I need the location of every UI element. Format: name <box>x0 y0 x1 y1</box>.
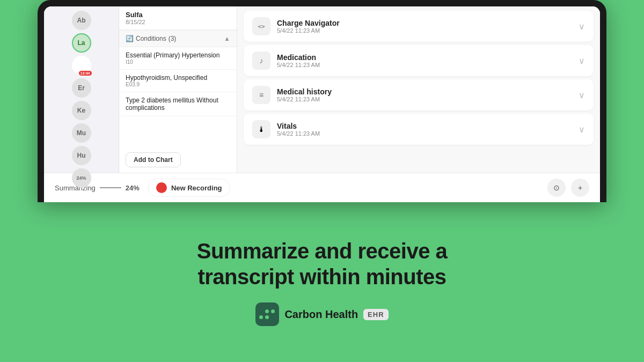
chevron-down-icon-3: ∨ <box>579 90 585 100</box>
brand-logo <box>255 302 279 326</box>
conditions-collapse-icon[interactable]: ▲ <box>224 35 230 42</box>
headline: Summarize and receive a transcript withi… <box>197 238 448 290</box>
record-card-1[interactable]: <> Charge Navigator 5/4/22 11:23 AM ∨ <box>244 11 594 42</box>
brand-section: Carbon Health EHR <box>255 302 388 326</box>
conditions-icon: 🔄 <box>126 35 134 42</box>
medication-name: Sulfa <box>126 11 230 19</box>
brand-name: Carbon Health <box>284 308 358 321</box>
recording-indicator-dot <box>156 182 167 193</box>
dot-3 <box>271 309 275 313</box>
record-card-4[interactable]: 🌡 Vitals 5/4/22 11:23 AM ∨ <box>244 114 594 145</box>
bottom-actions: ⊙ + <box>547 179 589 197</box>
record-info-3: Medical history 5/4/22 11:23 AM <box>277 87 572 102</box>
sidebar-avatar-ab[interactable]: Ab <box>72 11 91 30</box>
condition-code-2: E03.9 <box>126 82 230 87</box>
record-info-2: Medication 5/4/22 11:23 AM <box>277 53 572 68</box>
sidebar-avatar-mu[interactable]: Mu <box>72 123 91 143</box>
tablet-frame: Ab La 13:44 Er Ke <box>38 0 606 202</box>
camera-button[interactable]: ⊙ <box>547 179 566 197</box>
tablet-screen: Ab La 13:44 Er Ke <box>44 6 600 202</box>
record-title-2: Medication <box>277 53 572 62</box>
sidebar-avatar-la[interactable]: La <box>72 33 91 53</box>
brand-badge: EHR <box>363 309 388 320</box>
add-button[interactable]: + <box>571 179 589 197</box>
charge-navigator-icon: <> <box>252 17 270 35</box>
summarizing-section: Summarizing 24% <box>55 184 140 192</box>
chevron-down-icon-2: ∨ <box>579 56 585 66</box>
condition-item-1: Essential (Primary) Hypertension I10 <box>119 47 237 70</box>
sidebar-avatar-er[interactable]: Er <box>72 78 91 98</box>
conditions-count: (3) <box>169 35 177 42</box>
tablet-wrapper: Ab La 13:44 Er Ke <box>27 0 617 202</box>
brand-logo-dots <box>259 309 275 320</box>
record-title-4: Vitals <box>277 122 572 130</box>
app-content: Ab La 13:44 Er Ke <box>44 6 600 173</box>
headline-line-1: Summarize and receive a <box>197 238 448 264</box>
record-date-2: 5/4/22 11:23 AM <box>277 62 572 68</box>
sidebar-avatar-percent[interactable]: 24% <box>72 168 91 188</box>
sidebar: Ab La 13:44 Er Ke <box>44 6 119 173</box>
record-date-1: 5/4/22 11:23 AM <box>277 27 572 34</box>
record-info-1: Charge Navigator 5/4/22 11:23 AM <box>277 19 572 34</box>
summarizing-percent: 24% <box>126 184 140 192</box>
conditions-header: 🔄 Conditions (3) ▲ <box>119 30 237 47</box>
medication-icon: ♪ <box>252 51 270 70</box>
chevron-down-icon-4: ∨ <box>579 124 585 135</box>
add-to-chart-button[interactable]: Add to Chart <box>126 152 181 167</box>
medication-item: Sulfa 8/15/22 <box>119 6 237 30</box>
camera-icon: ⊙ <box>553 183 560 192</box>
summarizing-progress-line <box>100 187 121 188</box>
condition-name-1: Essential (Primary) Hypertension <box>126 51 230 59</box>
conditions-list: Essential (Primary) Hypertension I10 Hyp… <box>119 47 237 147</box>
condition-item-2: Hypothyroidism, Unspecified E03.9 <box>119 70 237 92</box>
condition-name-2: Hypothyroidism, Unspecified <box>126 74 230 82</box>
record-info-4: Vitals 5/4/22 11:23 AM <box>277 122 572 137</box>
headline-line-2: transcript within minutes <box>197 264 448 290</box>
text-section: Summarize and receive a transcript withi… <box>186 202 458 362</box>
record-card-3[interactable]: ≡ Medical history 5/4/22 11:23 AM ∨ <box>244 79 594 110</box>
medication-date: 8/15/22 <box>126 19 230 25</box>
condition-item-3: Type 2 diabetes mellitus Without complic… <box>119 92 237 116</box>
medical-history-icon: ≡ <box>252 86 270 104</box>
record-title-3: Medical history <box>277 87 572 96</box>
dot-5 <box>265 315 269 319</box>
conditions-title: 🔄 Conditions (3) <box>126 35 176 42</box>
vitals-icon: 🌡 <box>252 120 270 138</box>
sidebar-avatar-hu[interactable]: Hu <box>72 146 91 165</box>
chevron-down-icon-1: ∨ <box>579 21 585 32</box>
new-recording-button[interactable]: New Recording <box>148 179 230 197</box>
new-recording-label: New Recording <box>171 184 222 192</box>
record-title-1: Charge Navigator <box>277 19 572 27</box>
dot-4 <box>259 315 263 319</box>
sidebar-avatar-ke[interactable]: Ke <box>72 101 91 120</box>
plus-icon: + <box>578 183 582 192</box>
condition-name-3: Type 2 diabetes mellitus Without complic… <box>126 97 230 112</box>
dot-2 <box>265 309 269 313</box>
record-card-2[interactable]: ♪ Medication 5/4/22 11:23 AM ∨ <box>244 45 594 76</box>
record-date-3: 5/4/22 11:23 AM <box>277 96 572 102</box>
main-panel: <> Charge Navigator 5/4/22 11:23 AM ∨ ♪ … <box>237 6 600 173</box>
bottom-bar: Summarizing 24% New Recording ⊙ + <box>44 173 600 202</box>
left-panel: Sulfa 8/15/22 🔄 Conditions (3) ▲ Ess <box>119 6 237 173</box>
conditions-label: Conditions <box>136 35 166 42</box>
record-date-4: 5/4/22 11:23 AM <box>277 130 572 137</box>
condition-code-1: I10 <box>126 59 230 65</box>
sidebar-avatar-time[interactable]: 13:44 <box>72 56 91 75</box>
time-badge: 13:44 <box>78 70 92 76</box>
